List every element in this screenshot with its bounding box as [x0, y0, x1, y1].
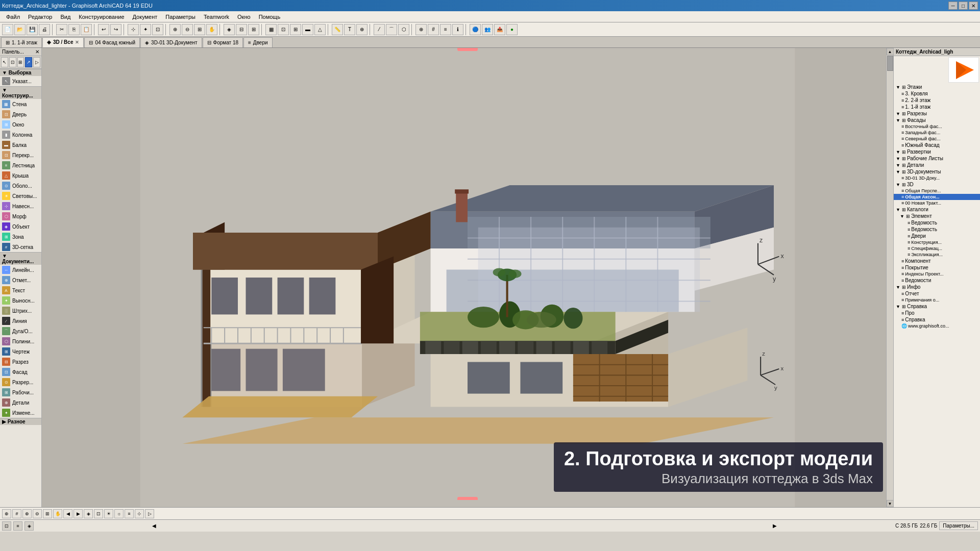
tree-item-ved1[interactable]: ≡ Ведомость — [894, 219, 980, 226]
tree-item-razvertki[interactable]: ▼ ⊞ Развертки — [894, 148, 980, 155]
tab-1st-floor[interactable]: ⊞ 1. 1-й этаж — [1, 37, 42, 47]
tb-redo[interactable]: ↪ — [110, 24, 121, 35]
bt-zoom-in-btn[interactable]: ⊕ — [22, 509, 32, 518]
bt-prev-btn[interactable]: ◀ — [63, 509, 72, 518]
menu-window[interactable]: Окно — [233, 13, 255, 21]
tree-item-yug[interactable]: ≡ Южный Фасад — [894, 142, 980, 148]
section-doc[interactable]: ▼ Документи... — [0, 252, 41, 265]
panel-item-polini[interactable]: ⬡ Полини... — [0, 336, 41, 346]
menu-teamwork[interactable]: Teamwork — [200, 13, 233, 21]
tree-item-novaya[interactable]: ≡ 00 Новая Тракт... — [894, 200, 980, 206]
scroll-up-btn[interactable]: ▲ — [887, 48, 894, 55]
panel-item-okno[interactable]: ⊞ Окно — [0, 119, 41, 130]
tb-3d[interactable]: ◈ — [224, 24, 235, 35]
bt-snap-btn[interactable]: ⊕ — [2, 509, 11, 518]
status-layer-btn[interactable]: ≡ — [13, 521, 22, 531]
bt-render-btn[interactable]: ☀ — [104, 509, 113, 518]
panel-close-btn[interactable]: ✕ — [35, 49, 39, 55]
panel-item-linein[interactable]: ↔ Линейн... — [0, 265, 41, 275]
params-button[interactable]: Параметры... — [939, 521, 978, 530]
tb-magic[interactable]: ✦ — [140, 24, 151, 35]
tree-item-katalogi[interactable]: ▼ ⊞ Каталоги — [894, 206, 980, 213]
panel-item-krysha[interactable]: △ Крыша — [0, 170, 41, 181]
scroll-thumb[interactable] — [887, 56, 893, 71]
panel-item-tekst[interactable]: A Текст — [0, 285, 41, 295]
tree-item-www[interactable]: 🌐 www.graphisoft.co... — [894, 323, 980, 329]
tree-item-krovlya[interactable]: ≡ 3. Кровля — [894, 90, 980, 97]
panel-item-rabochi[interactable]: ⊞ Рабочи... — [0, 387, 41, 397]
tree-item-sever[interactable]: ≡ Северный фас... — [894, 136, 980, 142]
tb-wall[interactable]: ▦ — [265, 24, 277, 35]
status-view-btn[interactable]: ⊡ — [2, 521, 11, 531]
tb-line[interactable]: ∕ — [374, 24, 385, 35]
bt-right-btn[interactable]: ▷ — [145, 509, 154, 518]
bt-layer-btn[interactable]: ≡ — [125, 509, 134, 518]
tb-elevation[interactable]: ⊞ — [248, 24, 259, 35]
panel-item-dver[interactable]: ⊡ Дверь — [0, 109, 41, 119]
tb-marquee[interactable]: ⊡ — [152, 24, 163, 35]
panel-item-kolonna[interactable]: ▮ Колонна — [0, 130, 41, 140]
tree-item-info[interactable]: ▼ ⊞ Инфо — [894, 284, 980, 290]
panel-item-obolo[interactable]: ⊙ Оболо... — [0, 181, 41, 191]
tb-open[interactable]: 📂 — [14, 24, 26, 35]
tb-slab[interactable]: ▬ — [302, 24, 313, 35]
bt-ortho-btn[interactable]: ⊡ — [94, 509, 103, 518]
tb-label[interactable]: ⊕ — [356, 24, 368, 35]
tb-roof[interactable]: △ — [314, 24, 326, 35]
panel-item-razrez[interactable]: ⊟ Разрез — [0, 357, 41, 367]
tb-section[interactable]: ⊟ — [236, 24, 247, 35]
tb-print[interactable]: 🖨 — [39, 24, 50, 35]
tree-item-obshch-persp[interactable]: ≡ Общая Перспе... — [894, 188, 980, 194]
tb-undo[interactable]: ↩ — [98, 24, 109, 35]
section-construct[interactable]: ▼ Конструир... — [0, 86, 41, 99]
tb-teamwork[interactable]: 👥 — [482, 24, 493, 35]
panel-item-perekr[interactable]: ⊡ Перекр... — [0, 150, 41, 160]
bt-3d-btn[interactable]: ◈ — [84, 509, 93, 518]
tb-pan[interactable]: ✋ — [206, 24, 217, 35]
tab-3d-all[interactable]: ◈ 3D / Все ✕ — [42, 37, 84, 47]
panel-eye-btn[interactable]: ⊞ — [17, 57, 24, 67]
tb-window[interactable]: ⊞ — [290, 24, 301, 35]
bt-grid-btn[interactable]: # — [12, 509, 21, 518]
tree-item-indeksy[interactable]: ≡ Индексы Проект... — [894, 271, 980, 277]
status-dim-btn[interactable]: ◈ — [24, 521, 34, 531]
tb-measure[interactable]: 📏 — [332, 24, 343, 35]
tab-south-facade[interactable]: ⊟ 04 Фасад южный — [84, 37, 140, 47]
tree-item-vedomosti[interactable]: ≡ Ведомости — [894, 277, 980, 284]
tb-info[interactable]: ℹ — [452, 24, 463, 35]
tree-item-ved2[interactable]: ≡ Ведомость — [894, 226, 980, 233]
tab-3d-all-close[interactable]: ✕ — [75, 40, 79, 45]
tab-format18[interactable]: ⊟ Формат 18 — [203, 37, 243, 47]
tree-item-3d[interactable]: ▼ ⊞ 3D — [894, 181, 980, 188]
canvas-area[interactable]: x y z x y z 2. Подготовка и экспорт моде… — [42, 48, 893, 507]
tree-item-dveri2[interactable]: ≡ Двери — [894, 233, 980, 239]
tb-snap[interactable]: ⊕ — [415, 24, 427, 35]
menu-editor[interactable]: Редактор — [24, 13, 56, 21]
section-raznoe[interactable]: ▶ Разное — [0, 418, 41, 425]
bt-zoom-fit-btn[interactable]: ⊞ — [43, 509, 52, 518]
maximize-button[interactable]: □ — [959, 2, 968, 10]
panel-item-razrer[interactable]: ⊙ Разрер... — [0, 377, 41, 387]
tree-item-detali2[interactable]: ▼ ⊞ Детали — [894, 162, 980, 168]
bt-scale-btn[interactable]: ⊹ — [135, 509, 144, 518]
panel-arrow-btn[interactable]: ↗ — [25, 57, 32, 67]
section-vyborka[interactable]: ▼ Выборка — [0, 69, 41, 76]
tb-cut[interactable]: ✂ — [56, 24, 67, 35]
panel-item-stena[interactable]: ▦ Стена — [0, 99, 41, 109]
scroll-down-btn[interactable]: ▼ — [887, 500, 894, 507]
panel-item-detali[interactable]: ⊕ Детали — [0, 397, 41, 408]
tab-3d-doc[interactable]: ◈ 3D-01 3D-Документ — [140, 37, 202, 47]
menu-params[interactable]: Параметры — [161, 13, 200, 21]
tree-item-komponent[interactable]: ≡ Компонент — [894, 258, 980, 264]
tb-text[interactable]: T — [344, 24, 355, 35]
tb-select[interactable]: ⊹ — [128, 24, 139, 35]
panel-item-morf[interactable]: ⬡ Морф — [0, 211, 41, 221]
tree-item-fasady[interactable]: ▼ ⊞ Фасады — [894, 117, 980, 123]
tree-item-otchet[interactable]: ≡ Отчет — [894, 290, 980, 297]
tb-zoom-in[interactable]: ⊕ — [169, 24, 181, 35]
tree-item-2etazh[interactable]: ≡ 2. 2-й этаж — [894, 97, 980, 104]
tb-publish[interactable]: 📤 — [494, 24, 505, 35]
panel-item-3d-setka[interactable]: # 3D-сетка — [0, 242, 41, 252]
panel-item-linia[interactable]: ∕ Линия — [0, 316, 41, 326]
tree-item-konstr[interactable]: ≡ Конструкция... — [894, 239, 980, 245]
